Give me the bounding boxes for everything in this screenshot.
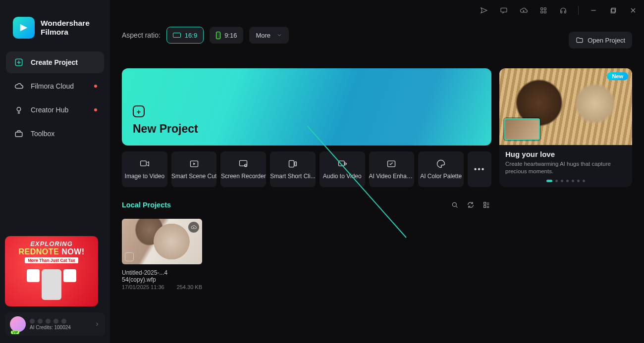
svg-point-1 bbox=[17, 107, 21, 111]
chevron-down-icon bbox=[276, 32, 282, 38]
project-date: 17/01/2025 11:36 bbox=[122, 284, 164, 290]
project-size: 254.30 KB bbox=[177, 284, 202, 290]
local-projects-tab[interactable]: Local Projects bbox=[122, 201, 171, 209]
svg-rect-5 bbox=[544, 8, 546, 10]
new-project-title: New Project bbox=[133, 122, 481, 136]
project-card[interactable]: Untitled-2025-...4 54(copy).wfp 17/01/20… bbox=[122, 219, 202, 290]
audio-to-video-icon bbox=[337, 159, 348, 169]
message-icon[interactable] bbox=[497, 3, 511, 17]
tile-ai-video-enhancer[interactable]: AI Video Enhan... bbox=[369, 151, 415, 187]
aspect-ratio-16-9[interactable]: 16:9 bbox=[166, 27, 204, 44]
avatar bbox=[10, 316, 26, 332]
sidebar-item-creator-hub[interactable]: Creator Hub bbox=[6, 99, 104, 121]
aspect-ratio-9-16[interactable]: 9:16 bbox=[210, 27, 243, 44]
filmora-logo-icon bbox=[13, 17, 35, 39]
open-project-button[interactable]: Open Project bbox=[569, 32, 632, 49]
grid-icon[interactable] bbox=[537, 3, 550, 17]
svg-rect-15 bbox=[295, 162, 296, 166]
sidebar-item-label: Toolbox bbox=[31, 130, 54, 138]
sidebar-nav: Create Project Filmora Cloud Creator Hub bbox=[5, 51, 105, 145]
promo-line2: REDNOTE NOW! bbox=[18, 247, 84, 256]
promo-thumbnails bbox=[8, 265, 95, 303]
main-column: + New Project Image to Video Smart Scene… bbox=[122, 68, 491, 343]
tile-more[interactable]: ••• bbox=[468, 151, 491, 187]
notification-dot-icon bbox=[94, 108, 97, 111]
sidebar-item-toolbox[interactable]: Toolbox bbox=[6, 123, 104, 145]
tile-image-to-video[interactable]: Image to Video bbox=[122, 151, 167, 187]
bulb-icon bbox=[14, 105, 24, 115]
logo-line2: Filmora bbox=[41, 28, 90, 37]
svg-rect-4 bbox=[541, 8, 543, 10]
cloud-download-icon[interactable] bbox=[517, 3, 531, 17]
short-clip-icon bbox=[287, 159, 298, 169]
plus-square-icon bbox=[14, 57, 24, 67]
tile-ai-color-palette[interactable]: AI Color Palette bbox=[418, 151, 464, 187]
sidebar-item-label: Creator Hub bbox=[31, 106, 68, 114]
minimize-button[interactable] bbox=[587, 3, 600, 17]
refresh-icon[interactable] bbox=[466, 200, 476, 210]
tile-screen-recorder[interactable]: Screen Recorder bbox=[220, 151, 266, 187]
user-bar[interactable]: VIP AI Credits: 100024 bbox=[5, 312, 105, 336]
project-filename: Untitled-2025-...4 54(copy).wfp bbox=[122, 269, 202, 283]
svg-rect-2 bbox=[15, 132, 22, 137]
logo-line1: Wondershare bbox=[41, 19, 90, 28]
feature-preview-frame bbox=[504, 118, 540, 140]
tile-audio-to-video[interactable]: Audio to Video bbox=[320, 151, 365, 187]
sidebar-item-filmora-cloud[interactable]: Filmora Cloud bbox=[6, 75, 104, 97]
promo-line3: More Than Just Cat Tax bbox=[25, 257, 78, 263]
feature-description: Create heartwarming AI hugs that capture… bbox=[505, 160, 626, 176]
more-icon: ••• bbox=[474, 164, 485, 174]
tile-smart-short-clip[interactable]: Smart Short Cli... bbox=[270, 151, 316, 187]
tile-smart-scene-cut[interactable]: Smart Scene Cut bbox=[171, 151, 217, 187]
project-chip-icon bbox=[125, 252, 134, 261]
screen-recorder-icon bbox=[238, 159, 249, 169]
ai-credits: AI Credits: 100024 bbox=[30, 325, 90, 330]
sidebar-item-label: Filmora Cloud bbox=[31, 82, 74, 90]
sidebar: Wondershare Filmora Create Project Filmo… bbox=[0, 0, 110, 343]
portrait-icon bbox=[216, 32, 220, 39]
content: + New Project Image to Video Smart Scene… bbox=[110, 63, 644, 343]
svg-rect-3 bbox=[501, 8, 507, 12]
sidebar-bottom: EXPLORING REDNOTE NOW! More Than Just Ca… bbox=[5, 236, 105, 336]
svg-rect-19 bbox=[484, 202, 486, 204]
send-icon[interactable] bbox=[477, 3, 491, 17]
upload-cloud-icon[interactable] bbox=[188, 222, 199, 233]
feature-title: Hug your love bbox=[505, 150, 626, 158]
toolbox-icon bbox=[14, 129, 24, 139]
search-icon[interactable] bbox=[450, 200, 460, 210]
aspect-ratio-more[interactable]: More bbox=[249, 27, 289, 44]
chevron-right-icon bbox=[94, 321, 100, 327]
main: Aspect ratio: 16:9 9:16 More bbox=[110, 0, 644, 343]
svg-rect-16 bbox=[338, 161, 344, 166]
scene-cut-icon bbox=[189, 159, 200, 169]
new-project-hero[interactable]: + New Project bbox=[122, 68, 491, 146]
color-palette-icon bbox=[435, 159, 446, 169]
list-view-icon[interactable] bbox=[482, 200, 491, 210]
open-project-label: Open Project bbox=[588, 37, 625, 44]
feature-card[interactable]: New Hug your love Create heartwarming AI… bbox=[499, 68, 632, 187]
image-to-video-icon bbox=[139, 159, 150, 169]
sidebar-item-create-project[interactable]: Create Project bbox=[6, 51, 104, 73]
headset-icon[interactable] bbox=[556, 3, 570, 17]
new-badge: New bbox=[607, 72, 628, 80]
user-stat-icons bbox=[30, 319, 90, 324]
local-projects-header: Local Projects bbox=[122, 200, 491, 210]
notification-dot-icon bbox=[94, 85, 97, 88]
aspect-ratio-label: Aspect ratio: bbox=[122, 31, 161, 39]
feature-illustration: New bbox=[499, 68, 632, 145]
svg-rect-12 bbox=[240, 160, 247, 166]
promo-banner[interactable]: EXPLORING REDNOTE NOW! More Than Just Ca… bbox=[5, 236, 98, 306]
close-button[interactable] bbox=[626, 3, 640, 17]
svg-point-18 bbox=[452, 202, 456, 206]
titlebar bbox=[110, 0, 644, 21]
maximize-button[interactable] bbox=[606, 3, 620, 17]
aspect-ratio-bar: Aspect ratio: 16:9 9:16 More bbox=[122, 27, 289, 44]
side-column: New Hug your love Create heartwarming AI… bbox=[499, 68, 632, 343]
plus-square-icon: + bbox=[133, 105, 145, 117]
app-root: Wondershare Filmora Create Project Filmo… bbox=[0, 0, 644, 343]
svg-rect-20 bbox=[484, 205, 486, 207]
project-meta: 17/01/2025 11:36 254.30 KB bbox=[122, 284, 202, 290]
svg-rect-6 bbox=[541, 11, 543, 13]
app-logo: Wondershare Filmora bbox=[5, 5, 105, 51]
carousel-dots[interactable] bbox=[505, 180, 626, 182]
